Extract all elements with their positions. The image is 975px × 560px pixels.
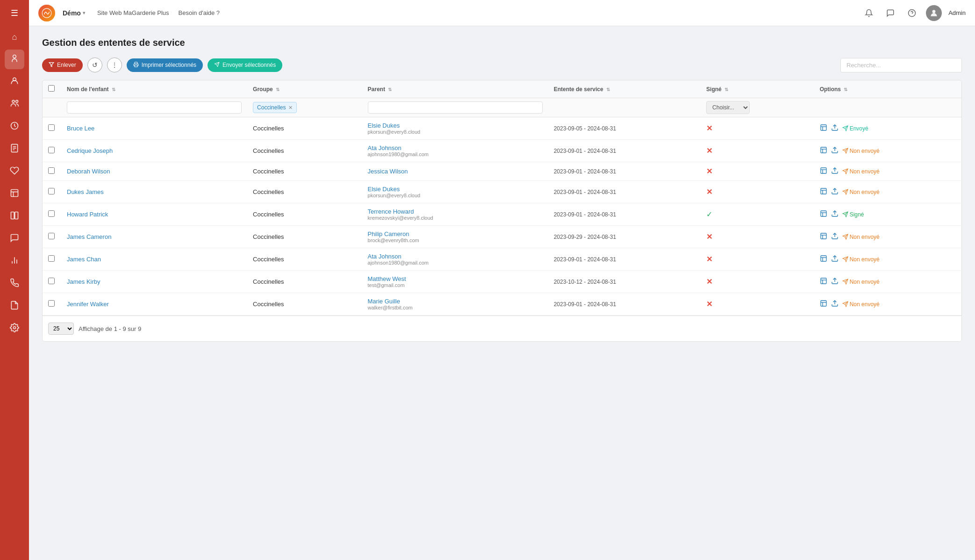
view-chart-icon[interactable] [820, 124, 827, 133]
upload-icon[interactable] [831, 255, 839, 264]
brand-name[interactable]: Démo ▾ [63, 9, 85, 17]
filter-child-input[interactable] [67, 101, 242, 114]
row-checkbox[interactable] [48, 210, 55, 217]
filter-parent-input[interactable] [368, 101, 543, 114]
upload-icon[interactable] [831, 300, 839, 309]
search-input[interactable] [840, 58, 962, 72]
send-button[interactable]: Envoyer sélectionnés [208, 58, 282, 72]
child-name[interactable]: James Kirby [67, 278, 100, 285]
nav-link-help[interactable]: Besoin d'aide ? [179, 9, 220, 16]
row-checkbox[interactable] [48, 167, 55, 174]
parent-name[interactable]: Matthew West [368, 275, 543, 282]
child-name[interactable]: Deborah Wilson [67, 168, 110, 175]
signed-filter-select[interactable]: Choisir... Signé Non signé [706, 101, 750, 114]
view-chart-icon[interactable] [820, 187, 827, 196]
sidebar-item-person[interactable] [5, 72, 24, 92]
child-name[interactable]: Howard Patrick [67, 211, 108, 218]
child-name[interactable]: Jennifer Walker [67, 301, 109, 308]
parent-name[interactable]: Elsie Dukes [368, 122, 543, 129]
child-name[interactable]: James Chan [67, 256, 101, 263]
sidebar-item-settings[interactable] [5, 319, 24, 338]
send-status-label[interactable]: Envoyé [842, 125, 868, 132]
sidebar-item-book[interactable] [5, 207, 24, 226]
upload-icon[interactable] [831, 187, 839, 196]
sidebar-item-home[interactable]: ⌂ [5, 27, 24, 47]
child-name[interactable]: Dukes James [67, 188, 104, 195]
send-status-label[interactable]: Non envoyé [842, 279, 880, 285]
upload-icon[interactable] [831, 232, 839, 241]
sidebar-item-chart[interactable] [5, 251, 24, 271]
view-chart-icon[interactable] [820, 300, 827, 309]
sidebar-item-message[interactable] [5, 229, 24, 249]
row-checkbox[interactable] [48, 147, 55, 153]
send-status-label[interactable]: Signé [842, 211, 864, 218]
sort-group-icon[interactable]: ⇅ [276, 87, 280, 92]
select-all-checkbox[interactable] [48, 85, 55, 92]
sidebar-item-report[interactable] [5, 184, 24, 204]
per-page-select[interactable]: 25 10 50 100 [48, 323, 74, 335]
report-icon [10, 188, 19, 200]
upload-icon[interactable] [831, 167, 839, 176]
view-chart-icon[interactable] [820, 210, 827, 219]
notification-button[interactable] [861, 6, 876, 21]
signed-check-icon: ✓ [706, 210, 712, 218]
child-name[interactable]: Bruce Lee [67, 125, 94, 132]
upload-icon[interactable] [831, 210, 839, 219]
sidebar-item-clock[interactable] [5, 117, 24, 136]
send-status-label[interactable]: Non envoyé [842, 168, 880, 175]
filter-button[interactable]: Enlever [42, 58, 83, 72]
more-options-button[interactable]: ⋮ [107, 57, 122, 72]
menu-button[interactable]: ☰ [6, 5, 23, 22]
parent-name[interactable]: Jessica Wilson [368, 168, 543, 175]
sort-parent-icon[interactable]: ⇅ [388, 87, 392, 92]
parent-name[interactable]: Elsie Dukes [368, 186, 543, 193]
refresh-button[interactable]: ↺ [87, 57, 102, 72]
upload-icon[interactable] [831, 146, 839, 155]
row-checkbox[interactable] [48, 124, 55, 131]
child-name[interactable]: James Cameron [67, 233, 111, 240]
sidebar-item-group[interactable] [5, 94, 24, 114]
row-checkbox[interactable] [48, 255, 55, 262]
upload-icon[interactable] [831, 277, 839, 286]
row-checkbox[interactable] [48, 278, 55, 284]
nav-link-site[interactable]: Site Web MaGarderie Plus [97, 9, 169, 16]
sidebar-item-heart[interactable] [5, 162, 24, 181]
date-range: 2023-09-01 - 2024-08-31 [548, 293, 701, 316]
help-button[interactable] [904, 6, 919, 21]
print-button[interactable]: Imprimer sélectionnés [127, 58, 203, 72]
send-status-label[interactable]: Non envoyé [842, 256, 880, 263]
send-status-label[interactable]: Non envoyé [842, 234, 880, 240]
parent-name[interactable]: Terrence Howard [368, 208, 543, 215]
table-row: Jennifer WalkerCoccinellesMarie Guillewa… [43, 293, 961, 316]
row-checkbox[interactable] [48, 300, 55, 307]
sidebar-item-phone[interactable] [5, 274, 24, 294]
chat-button[interactable] [883, 6, 898, 21]
parent-name[interactable]: Ata Johnson [368, 253, 543, 260]
avatar[interactable] [926, 5, 942, 21]
view-chart-icon[interactable] [820, 232, 827, 241]
signed-cell: ✕ [701, 226, 814, 248]
child-name[interactable]: Cedrique Joseph [67, 147, 113, 154]
row-checkbox[interactable] [48, 188, 55, 194]
send-status-label[interactable]: Non envoyé [842, 148, 880, 154]
view-chart-icon[interactable] [820, 146, 827, 155]
sort-entente-icon[interactable]: ⇅ [606, 87, 610, 92]
sort-options-icon[interactable]: ⇅ [844, 87, 847, 92]
sort-child-icon[interactable]: ⇅ [112, 87, 115, 92]
send-status-label[interactable]: Non envoyé [842, 189, 880, 195]
parent-name[interactable]: Ata Johnson [368, 144, 543, 151]
view-chart-icon[interactable] [820, 277, 827, 286]
sidebar-item-document[interactable] [5, 139, 24, 159]
sort-signed-icon[interactable]: ⇅ [724, 87, 728, 92]
view-chart-icon[interactable] [820, 167, 827, 176]
sidebar-item-child[interactable] [5, 50, 24, 69]
send-status-label[interactable]: Non envoyé [842, 301, 880, 308]
remove-group-filter[interactable]: ✕ [288, 105, 293, 111]
sidebar-item-invoice[interactable] [5, 296, 24, 316]
upload-icon[interactable] [831, 124, 839, 133]
view-chart-icon[interactable] [820, 255, 827, 264]
row-checkbox[interactable] [48, 233, 55, 239]
parent-name[interactable]: Marie Guille [368, 298, 543, 305]
invoice-icon [10, 301, 19, 312]
parent-name[interactable]: Philip Cameron [368, 230, 543, 237]
